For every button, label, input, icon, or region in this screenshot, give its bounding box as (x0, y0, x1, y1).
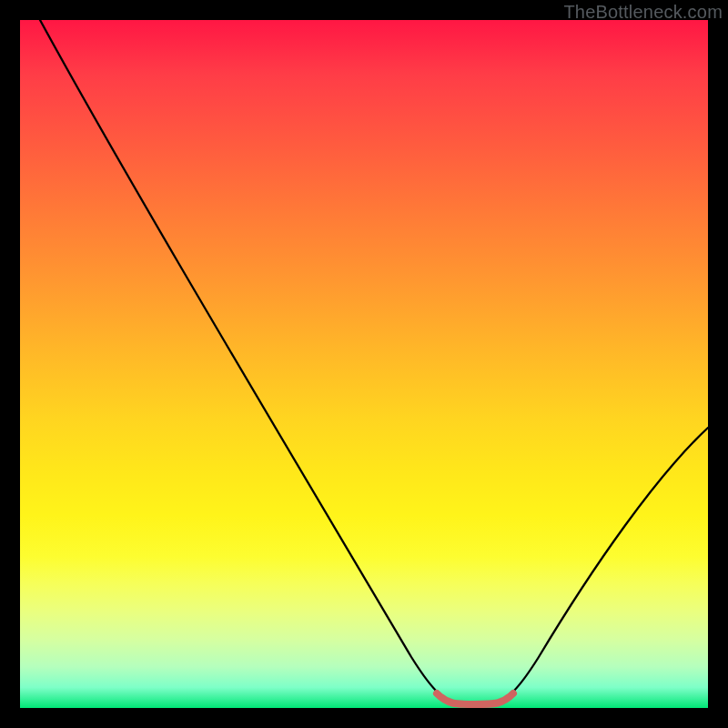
optimal-range-marker (437, 693, 513, 704)
curve-path (40, 20, 708, 704)
plot-area (20, 20, 708, 708)
watermark-text: TheBottleneck.com (563, 2, 723, 23)
bottleneck-curve (20, 20, 708, 708)
chart-container: TheBottleneck.com (0, 0, 728, 728)
